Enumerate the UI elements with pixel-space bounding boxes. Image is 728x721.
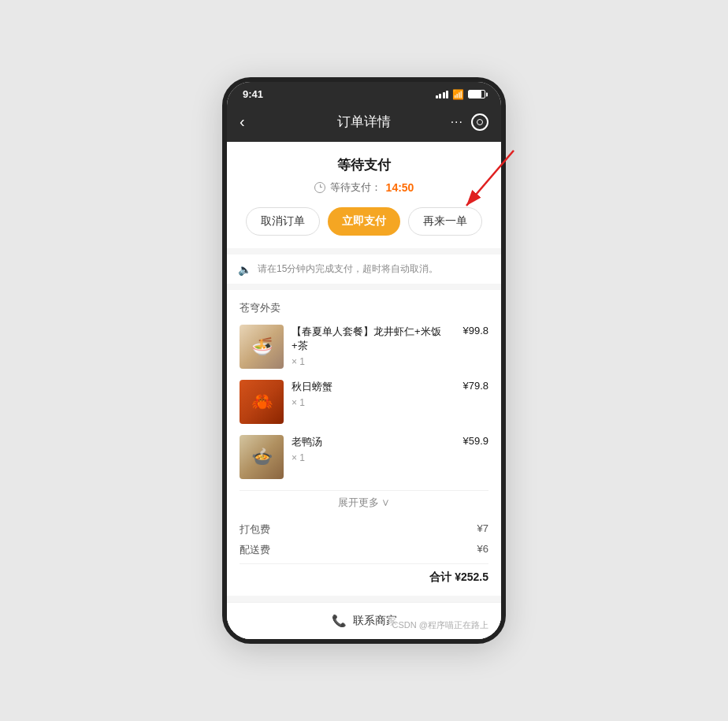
item-info-3: 老鸭汤 × 1	[292, 435, 455, 463]
total-label: 合计	[429, 570, 451, 585]
total-value: ¥252.5	[455, 570, 488, 585]
order-card: 苍穹外卖 🍜 【春夏单人套餐】龙井虾仁+米饭+茶 × 1 ¥99.8 🦀	[227, 290, 501, 596]
order-status-title: 等待支付	[240, 156, 488, 174]
delivery-fee-value: ¥6	[477, 543, 488, 557]
phone-frame: 9:41 📶 ‹ 订单详情 ···	[222, 77, 506, 644]
clock-icon	[314, 182, 325, 193]
item-price-3: ¥59.9	[462, 435, 488, 447]
packaging-fee-row: 打包费 ¥7	[240, 522, 488, 537]
item-image-1: 🍜	[240, 325, 284, 369]
expand-button[interactable]: 展开更多 ∨	[240, 490, 488, 513]
watermark: CSDN @程序喵正在路上	[389, 618, 492, 633]
content-area: 等待支付 等待支付： 14:50 取消订单 立即支付 再来一单 🔈 请在15分钟…	[227, 142, 501, 639]
total-row: 合计 ¥252.5	[240, 563, 488, 585]
restaurant-name: 苍穹外卖	[240, 301, 488, 315]
packaging-fee-label: 打包费	[240, 522, 270, 537]
status-card: 等待支付 等待支付： 14:50 取消订单 立即支付 再来一单	[227, 142, 501, 248]
list-item: 🍲 老鸭汤 × 1 ¥59.9	[240, 435, 488, 479]
item-price-1: ¥99.8	[462, 325, 488, 336]
cancel-order-button[interactable]: 取消订单	[246, 207, 320, 236]
notice-bar: 🔈 请在15分钟内完成支付，超时将自动取消。	[227, 255, 501, 284]
speaker-icon: 🔈	[238, 263, 251, 276]
item-qty-1: × 1	[292, 356, 455, 367]
reorder-button[interactable]: 再来一单	[408, 207, 482, 236]
notice-text: 请在15分钟内完成支付，超时将自动取消。	[258, 262, 438, 276]
pay-now-button[interactable]: 立即支付	[328, 207, 400, 236]
phone-icon: 📞	[332, 614, 347, 628]
action-buttons: 取消订单 立即支付 再来一单	[240, 207, 488, 236]
more-icon[interactable]: ···	[451, 115, 463, 129]
item-price-2: ¥79.8	[462, 380, 488, 392]
item-image-3: 🍲	[240, 435, 284, 479]
list-item: 🍜 【春夏单人套餐】龙井虾仁+米饭+茶 × 1 ¥99.8	[240, 325, 488, 369]
item-qty-2: × 1	[292, 397, 455, 408]
page-title: 订单详情	[287, 113, 441, 131]
status-time: 9:41	[243, 88, 263, 100]
item-name-3: 老鸭汤	[292, 435, 455, 449]
item-info-1: 【春夏单人套餐】龙井虾仁+米饭+茶 × 1	[292, 325, 455, 367]
item-name-2: 秋日螃蟹	[292, 380, 455, 394]
timer-value: 14:50	[386, 181, 414, 194]
item-qty-3: × 1	[292, 452, 455, 463]
timer-row: 等待支付： 14:50	[240, 180, 488, 195]
list-item: 🦀 秋日螃蟹 × 1 ¥79.8	[240, 380, 488, 424]
packaging-fee-value: ¥7	[477, 522, 488, 537]
wifi-icon: 📶	[452, 89, 464, 100]
delivery-fee-row: 配送费 ¥6	[240, 543, 488, 557]
status-icons: 📶	[436, 89, 486, 100]
status-bar: 9:41 📶	[227, 82, 501, 105]
timer-label: 等待支付：	[330, 180, 381, 195]
header: ‹ 订单详情 ···	[227, 105, 501, 142]
item-image-2: 🦀	[240, 380, 284, 424]
scan-icon[interactable]	[471, 113, 488, 131]
item-info-2: 秋日螃蟹 × 1	[292, 380, 455, 408]
item-name-1: 【春夏单人套餐】龙井虾仁+米饭+茶	[292, 325, 455, 353]
battery-icon	[468, 90, 485, 98]
back-button[interactable]: ‹	[240, 113, 245, 131]
signal-icon	[436, 91, 449, 98]
delivery-fee-label: 配送费	[240, 543, 270, 557]
